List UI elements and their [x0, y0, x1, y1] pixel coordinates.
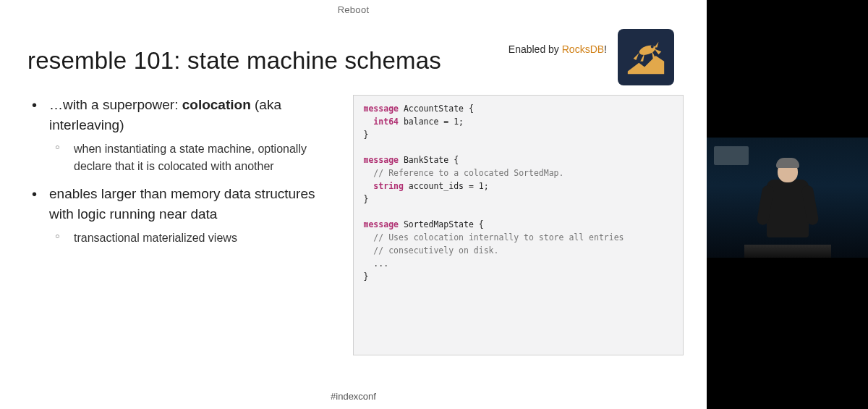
bullet-1-bold: colocation — [182, 97, 251, 112]
presentation-slide: Reboot Enabled by RocksDB! resemble 101:… — [0, 0, 707, 409]
code-block: message AccountState { int64 balance = 1… — [353, 95, 684, 355]
code-text: balance = 1; — [399, 117, 464, 127]
code-text: } — [364, 194, 369, 204]
code-comment: // Uses colocation internally to store a… — [364, 232, 624, 243]
code-text: account_ids = 1; — [404, 181, 489, 191]
code-text: AccountState { — [399, 104, 474, 114]
code-kw: message — [364, 155, 399, 165]
video-background-screen — [714, 146, 749, 165]
speaker-video-pane — [707, 0, 868, 409]
bullet-list: …with a superpower: colocation (aka inte… — [27, 95, 336, 355]
rocksdb-logo-icon — [618, 29, 674, 85]
bullet-item-2: enables larger than memory data structur… — [27, 184, 336, 247]
bullet-1-prefix: …with a superpower: — [49, 97, 182, 112]
code-text: } — [364, 130, 369, 140]
speaker-figure — [755, 156, 820, 258]
rocksdb-brand-text: RocksDB — [562, 43, 604, 55]
code-kw: message — [364, 219, 399, 229]
slide-hashtag: #indexconf — [331, 391, 376, 402]
code-text: BankState { — [399, 155, 459, 165]
slide-content: …with a superpower: colocation (aka inte… — [0, 75, 707, 355]
svg-point-1 — [651, 46, 654, 49]
code-text: ... — [364, 258, 389, 269]
code-kw: message — [364, 104, 399, 114]
code-type: int64 — [364, 117, 399, 127]
podium — [744, 245, 831, 258]
bullet-2-text: enables larger than memory data structur… — [49, 186, 315, 222]
enabled-by-label: Enabled by RocksDB! — [509, 43, 607, 55]
code-comment: // Reference to a colocated SortedMap. — [364, 168, 564, 178]
code-type: string — [364, 181, 404, 191]
speaker-video-thumbnail[interactable] — [707, 138, 868, 258]
bullet-1-sub-1: when instantiating a state machine, opti… — [49, 140, 336, 175]
bullet-2-sub-1: transactional materialized views — [49, 229, 336, 247]
code-comment: // consecutively on disk. — [364, 245, 499, 256]
code-text: } — [364, 271, 369, 282]
bullet-item-1: …with a superpower: colocation (aka inte… — [27, 95, 336, 175]
enabled-by-prefix: Enabled by — [509, 43, 562, 55]
enabled-by-suffix: ! — [604, 43, 607, 55]
slide-header-brand: Reboot — [0, 0, 707, 18]
code-text: SortedMapState { — [399, 219, 484, 229]
